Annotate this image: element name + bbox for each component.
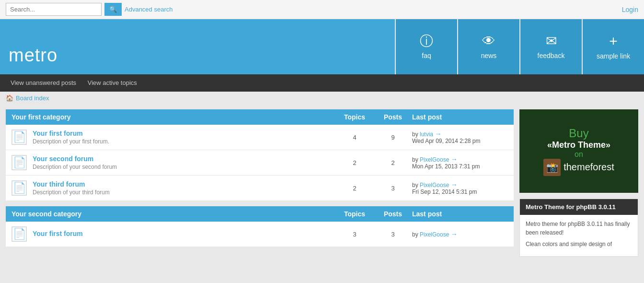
sample-link-label: sample link: [597, 52, 630, 60]
forum-info-2: Your second forum Description of your se…: [33, 155, 335, 170]
forum-row-4: 📄 Your first forum 3 3 by PixelGoose →: [6, 222, 514, 247]
hero-main: metro: [0, 19, 395, 74]
col-topics-label-1: Topics: [335, 113, 374, 121]
breadcrumb-board-index[interactable]: Board index: [16, 94, 49, 102]
forum-3-name[interactable]: Your third forum: [33, 180, 85, 188]
sidebar-info-body: Metro theme for phpBB 3.0.11 has finally…: [520, 215, 638, 256]
faq-icon: ⓘ: [420, 35, 433, 48]
sidebar-ad-theme-name: «Metro Theme»: [547, 140, 610, 150]
forum-3-topics: 2: [335, 185, 374, 192]
sidebar: Buy «Metro Theme» on 📸 themeforest Metro…: [519, 109, 638, 257]
news-label: news: [481, 52, 497, 59]
col-lastpost-label-2: Last post: [412, 210, 508, 218]
forum-3-posts: 3: [374, 185, 412, 192]
forum-1-lastpost-date: Wed Apr 09, 2014 2:28 pm: [412, 138, 481, 144]
arrow-icon-1: →: [435, 130, 441, 138]
sidebar-info-text2: Clean colors and simple design of: [526, 240, 632, 248]
forum-3-desc: Description of your third forum: [33, 189, 335, 196]
category-1-header: Your first category Topics Posts Last po…: [6, 109, 514, 125]
forum-2-posts: 2: [374, 159, 412, 166]
forum-info-4: Your first forum: [33, 230, 335, 238]
hero-banner: metro ⓘ faq 👁 news ✉ feedback + sample l…: [0, 19, 644, 74]
sidebar-ad-on: on: [575, 150, 583, 159]
feedback-icon: ✉: [546, 35, 557, 48]
search-icon: 🔍: [109, 6, 117, 13]
forum-4-lastpost: by PixelGoose →: [412, 230, 508, 238]
forum-info-3: Your third forum Description of your thi…: [33, 180, 335, 196]
faq-label: faq: [422, 52, 431, 59]
forum-4-posts: 3: [374, 231, 412, 238]
forum-info-1: Your first forum Description of your fir…: [33, 130, 335, 145]
forum-3-lastpost: by PixelGoose → Fri Sep 12, 2014 5:31 pm: [412, 181, 508, 195]
sidebar-info-text1: Metro theme for phpBB 3.0.11 has finally…: [526, 220, 632, 237]
forum-2-lastpost-date: Mon Apr 15, 2013 7:31 pm: [412, 163, 480, 170]
col-topics-label-2: Topics: [335, 210, 374, 218]
category-1-title: Your first category: [12, 113, 70, 121]
search-area: 🔍 Advanced search: [6, 3, 172, 16]
forum-3-lastpost-date: Fri Sep 12, 2014 5:31 pm: [412, 189, 477, 195]
feedback-label: feedback: [538, 52, 565, 59]
col-lastpost-label-1: Last post: [412, 113, 508, 121]
forum-2-desc: Description of your second forum: [33, 164, 335, 170]
forum-4-topics: 3: [335, 231, 374, 238]
forum-icon-1: 📄: [12, 130, 27, 145]
sidebar-ad-tf-logo: 📸 themeforest: [543, 159, 614, 176]
hero-tile-news[interactable]: 👁 news: [457, 19, 519, 74]
advanced-search-link[interactable]: Advanced search: [125, 6, 172, 13]
forum-2-name[interactable]: Your second forum: [33, 155, 93, 163]
search-input[interactable]: [6, 3, 102, 16]
hero-tile-sample-link[interactable]: + sample link: [582, 19, 644, 74]
forum-4-lastpost-author[interactable]: PixelGoose: [420, 231, 449, 238]
hero-title: metro: [9, 45, 58, 66]
category-2: Your second category Topics Posts Last p…: [6, 206, 514, 247]
sidebar-ad-tf-name: themeforest: [564, 162, 614, 173]
arrow-icon-4: →: [451, 230, 458, 238]
forum-row-1: 📄 Your first forum Description of your f…: [6, 125, 514, 150]
arrow-icon-3: →: [451, 181, 458, 189]
forum-row-2: 📄 Your second forum Description of your …: [6, 150, 514, 176]
sidebar-info: Metro Theme for phpBB 3.0.11 Metro theme…: [519, 199, 638, 257]
breadcrumb-bar: 🏠 Board index: [0, 92, 644, 105]
search-button[interactable]: 🔍: [104, 3, 122, 16]
forum-icon-4: 📄: [12, 226, 27, 242]
sidebar-info-header: Metro Theme for phpBB 3.0.11: [520, 199, 638, 215]
home-icon: 🏠: [6, 94, 13, 102]
forum-3-lastpost-author[interactable]: PixelGoose: [420, 182, 449, 189]
forum-1-topics: 4: [335, 134, 374, 141]
forum-1-lastpost: by lutvia → Wed Apr 09, 2014 2:28 pm: [412, 130, 508, 144]
top-bar: 🔍 Advanced search Login: [0, 0, 644, 19]
col-posts-label-1: Posts: [374, 113, 412, 121]
forum-2-lastpost-author[interactable]: PixelGoose: [420, 156, 449, 163]
nav-unanswered[interactable]: View unanswered posts: [6, 74, 81, 92]
category-2-header: Your second category Topics Posts Last p…: [6, 206, 514, 222]
nav-active[interactable]: View active topics: [83, 74, 142, 92]
forum-2-lastpost: by PixelGoose → Mon Apr 15, 2013 7:31 pm: [412, 155, 508, 170]
sidebar-ad[interactable]: Buy «Metro Theme» on 📸 themeforest: [519, 109, 638, 193]
sidebar-ad-buy: Buy: [569, 127, 588, 140]
hero-tile-feedback[interactable]: ✉ feedback: [519, 19, 582, 74]
tf-icon: 📸: [543, 159, 561, 176]
col-posts-label-2: Posts: [374, 210, 412, 218]
arrow-icon-2: →: [451, 155, 458, 163]
forum-4-name[interactable]: Your first forum: [33, 230, 83, 237]
login-link[interactable]: Login: [622, 6, 638, 13]
sample-link-icon: +: [609, 34, 618, 48]
content-wrapper: Your first category Topics Posts Last po…: [0, 105, 644, 261]
forum-2-topics: 2: [335, 159, 374, 166]
forum-icon-3: 📄: [12, 180, 27, 196]
forum-icon-2: 📄: [12, 155, 27, 170]
news-icon: 👁: [482, 35, 495, 48]
forum-row-3: 📄 Your third forum Description of your t…: [6, 176, 514, 200]
forum-1-posts: 9: [374, 134, 412, 141]
hero-tile-faq[interactable]: ⓘ faq: [395, 19, 457, 74]
forum-1-desc: Description of your first forum.: [33, 138, 335, 145]
forum-1-name[interactable]: Your first forum: [33, 130, 83, 137]
category-1: Your first category Topics Posts Last po…: [6, 109, 514, 200]
main-col: Your first category Topics Posts Last po…: [6, 109, 514, 257]
nav-bar: View unanswered posts View active topics: [0, 74, 644, 92]
category-2-title: Your second category: [12, 210, 81, 218]
forum-1-lastpost-author[interactable]: lutvia: [420, 131, 433, 138]
